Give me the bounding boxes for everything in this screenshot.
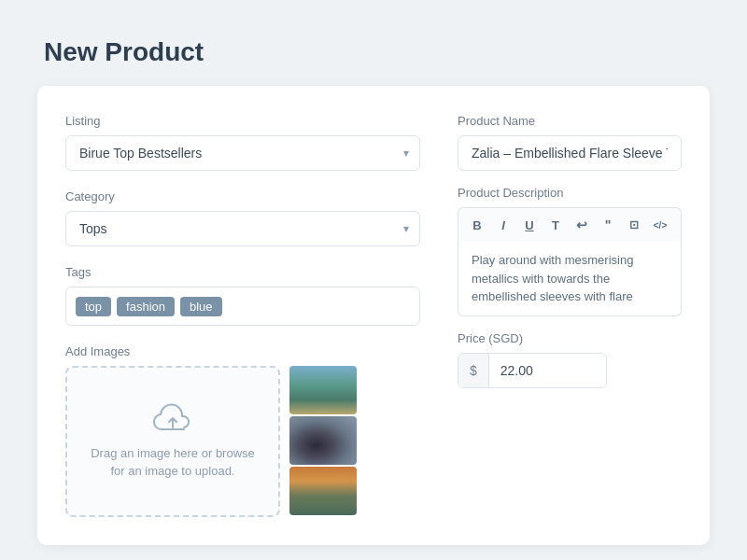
description-text: Play around with mesmerising metallics w… [472, 253, 633, 303]
product-description-label: Product Description [458, 186, 682, 200]
tag-blue[interactable]: blue [180, 297, 222, 316]
page-title: New Product [0, 0, 747, 86]
editor-toolbar: B I U T ↩ " ⊡ </> [458, 207, 682, 242]
product-name-input[interactable] [458, 135, 682, 171]
listing-select[interactable]: Birue Top BestsellersOther Listing [65, 135, 420, 171]
product-name-label: Product Name [458, 114, 682, 128]
thumbnail-1[interactable] [289, 366, 357, 414]
images-label: Add Images [65, 344, 420, 358]
image-insert-btn[interactable]: ⊡ [623, 214, 645, 236]
bold-btn[interactable]: B [466, 214, 488, 236]
upload-cloud-icon [152, 403, 193, 435]
tags-input-area[interactable]: top fashion blue [65, 287, 420, 326]
product-description-editor[interactable]: Play around with mesmerising metallics w… [458, 242, 682, 316]
image-thumbnails [289, 366, 357, 517]
tags-field-container: Tags top fashion blue [65, 265, 420, 326]
page-background: New Product Listing Birue Top Bestseller… [0, 0, 747, 560]
listing-field: Listing Birue Top BestsellersOther Listi… [65, 114, 420, 171]
thumbnail-3[interactable] [289, 467, 357, 515]
italic-btn[interactable]: I [492, 214, 514, 236]
price-input-wrapper: $ [458, 353, 607, 388]
price-label: Price (SGD) [458, 331, 682, 345]
product-name-field: Product Name [458, 114, 682, 171]
category-select[interactable]: TopsBottomsDressesAccessories [65, 211, 420, 246]
right-column: Product Name Product Description B I U T… [458, 114, 682, 517]
left-column: Listing Birue Top BestsellersOther Listi… [65, 114, 420, 517]
tag-fashion[interactable]: fashion [117, 297, 175, 316]
images-row: Drag an image here or browsefor an image… [65, 366, 420, 517]
tags-label: Tags [65, 265, 420, 279]
product-description-field: Product Description B I U T ↩ " ⊡ </> Pl… [458, 186, 682, 316]
price-input[interactable] [489, 354, 606, 387]
price-currency-symbol: $ [458, 354, 489, 387]
images-section: Add Images Drag an image here or browsef… [65, 344, 420, 517]
tag-top[interactable]: top [76, 297, 111, 316]
undo-btn[interactable]: ↩ [571, 214, 593, 236]
category-field: Category TopsBottomsDressesAccessories ▾ [65, 189, 420, 246]
drop-zone-text: Drag an image here or browsefor an image… [91, 444, 255, 481]
drop-zone[interactable]: Drag an image here or browsefor an image… [65, 366, 280, 517]
code-btn[interactable]: </> [649, 214, 671, 236]
category-label: Category [65, 189, 420, 203]
listing-select-wrapper: Birue Top BestsellersOther Listing ▾ [65, 135, 420, 171]
price-field: Price (SGD) $ [458, 331, 682, 388]
form-card: Listing Birue Top BestsellersOther Listi… [37, 86, 710, 545]
thumbnail-2[interactable] [289, 416, 357, 465]
category-select-wrapper: TopsBottomsDressesAccessories ▾ [65, 211, 420, 246]
underline-btn[interactable]: U [518, 214, 541, 236]
quote-btn[interactable]: " [597, 214, 619, 236]
listing-label: Listing [65, 114, 420, 128]
text-format-btn[interactable]: T [544, 214, 567, 236]
